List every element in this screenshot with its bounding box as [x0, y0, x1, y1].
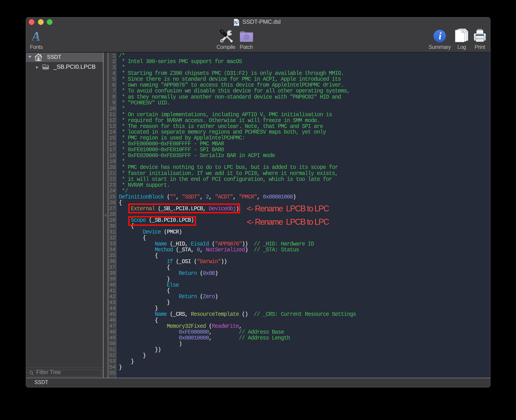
svg-text:DSL: DSL	[235, 24, 238, 26]
svg-text:A: A	[32, 30, 41, 42]
svg-text:i: i	[439, 30, 442, 42]
